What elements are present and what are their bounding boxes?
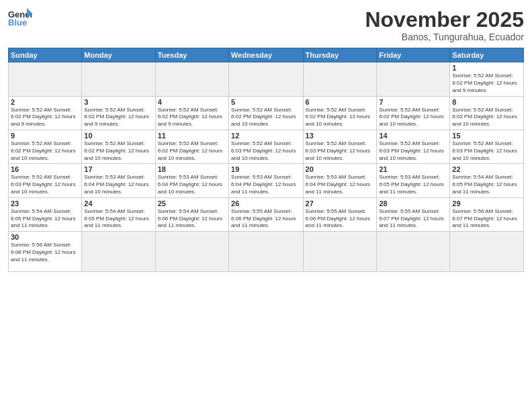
table-row: 5Sunrise: 5:52 AM Sunset: 6:02 PM Daylig… bbox=[229, 96, 303, 130]
table-row bbox=[229, 62, 303, 96]
table-row bbox=[229, 232, 303, 272]
col-tuesday: Tuesday bbox=[155, 48, 228, 62]
table-row: 12Sunrise: 5:52 AM Sunset: 6:03 PM Dayli… bbox=[229, 130, 303, 163]
page: General Blue November 2025 Banos, Tungur… bbox=[0, 0, 532, 411]
day-info: Sunrise: 5:53 AM Sunset: 6:04 PM Dayligh… bbox=[231, 174, 300, 195]
day-number: 18 bbox=[158, 165, 226, 173]
day-number: 5 bbox=[231, 98, 300, 106]
table-row: 23Sunrise: 5:54 AM Sunset: 6:05 PM Dayli… bbox=[9, 197, 82, 231]
day-number: 12 bbox=[231, 132, 300, 140]
day-number: 24 bbox=[84, 199, 152, 208]
day-info: Sunrise: 5:54 AM Sunset: 6:06 PM Dayligh… bbox=[158, 208, 226, 230]
table-row: 9Sunrise: 5:52 AM Sunset: 6:02 PM Daylig… bbox=[9, 130, 82, 163]
table-row: 29Sunrise: 5:56 AM Sunset: 6:07 PM Dayli… bbox=[450, 197, 524, 231]
day-info: Sunrise: 5:52 AM Sunset: 6:02 PM Dayligh… bbox=[11, 107, 79, 128]
day-number: 30 bbox=[11, 233, 79, 241]
day-number: 29 bbox=[452, 199, 521, 208]
day-info: Sunrise: 5:52 AM Sunset: 6:03 PM Dayligh… bbox=[11, 174, 79, 195]
table-row bbox=[377, 232, 450, 272]
day-number: 25 bbox=[158, 199, 226, 208]
table-row: 19Sunrise: 5:53 AM Sunset: 6:04 PM Dayli… bbox=[229, 164, 303, 197]
day-info: Sunrise: 5:52 AM Sunset: 6:02 PM Dayligh… bbox=[158, 107, 226, 128]
title-area: November 2025 Banos, Tungurahua, Ecuador bbox=[365, 8, 524, 42]
day-info: Sunrise: 5:55 AM Sunset: 6:06 PM Dayligh… bbox=[306, 208, 375, 230]
day-info: Sunrise: 5:54 AM Sunset: 6:05 PM Dayligh… bbox=[11, 208, 79, 230]
day-info: Sunrise: 5:56 AM Sunset: 6:08 PM Dayligh… bbox=[11, 242, 79, 263]
table-row: 13Sunrise: 5:52 AM Sunset: 6:03 PM Dayli… bbox=[303, 130, 377, 163]
day-info: Sunrise: 5:52 AM Sunset: 6:03 PM Dayligh… bbox=[379, 140, 447, 162]
day-info: Sunrise: 5:52 AM Sunset: 6:02 PM Dayligh… bbox=[379, 107, 447, 128]
table-row: 16Sunrise: 5:52 AM Sunset: 6:03 PM Dayli… bbox=[9, 164, 82, 197]
day-number: 21 bbox=[379, 165, 447, 173]
month-title: November 2025 bbox=[365, 8, 524, 32]
col-sunday: Sunday bbox=[9, 48, 82, 62]
day-info: Sunrise: 5:53 AM Sunset: 6:04 PM Dayligh… bbox=[84, 174, 152, 195]
table-row: 22Sunrise: 5:54 AM Sunset: 6:05 PM Dayli… bbox=[450, 164, 524, 197]
day-info: Sunrise: 5:52 AM Sunset: 6:02 PM Dayligh… bbox=[84, 107, 152, 128]
table-row bbox=[82, 232, 155, 272]
table-row: 7Sunrise: 5:52 AM Sunset: 6:02 PM Daylig… bbox=[377, 96, 450, 130]
day-info: Sunrise: 5:52 AM Sunset: 6:02 PM Dayligh… bbox=[231, 107, 300, 128]
day-info: Sunrise: 5:53 AM Sunset: 6:05 PM Dayligh… bbox=[379, 174, 447, 195]
day-number: 22 bbox=[452, 165, 521, 173]
day-number: 26 bbox=[231, 199, 300, 208]
table-row bbox=[155, 232, 228, 272]
day-info: Sunrise: 5:52 AM Sunset: 6:02 PM Dayligh… bbox=[158, 140, 226, 162]
table-row: 25Sunrise: 5:54 AM Sunset: 6:06 PM Dayli… bbox=[155, 197, 228, 231]
table-row: 15Sunrise: 5:52 AM Sunset: 6:03 PM Dayli… bbox=[450, 130, 524, 163]
day-number: 27 bbox=[306, 199, 375, 208]
day-info: Sunrise: 5:52 AM Sunset: 6:02 PM Dayligh… bbox=[11, 140, 79, 162]
day-number: 8 bbox=[452, 98, 521, 106]
day-info: Sunrise: 5:54 AM Sunset: 6:05 PM Dayligh… bbox=[84, 208, 152, 230]
table-row: 30Sunrise: 5:56 AM Sunset: 6:08 PM Dayli… bbox=[9, 232, 82, 272]
day-number: 11 bbox=[158, 132, 226, 140]
table-row: 4Sunrise: 5:52 AM Sunset: 6:02 PM Daylig… bbox=[155, 96, 228, 130]
svg-text:Blue: Blue bbox=[8, 17, 27, 27]
col-monday: Monday bbox=[82, 48, 155, 62]
table-row: 26Sunrise: 5:55 AM Sunset: 6:06 PM Dayli… bbox=[229, 197, 303, 231]
table-row: 27Sunrise: 5:55 AM Sunset: 6:06 PM Dayli… bbox=[303, 197, 377, 231]
header-row: Sunday Monday Tuesday Wednesday Thursday… bbox=[9, 48, 524, 62]
day-info: Sunrise: 5:52 AM Sunset: 6:02 PM Dayligh… bbox=[452, 107, 521, 128]
day-info: Sunrise: 5:52 AM Sunset: 6:02 PM Dayligh… bbox=[84, 140, 152, 162]
calendar-week-row: 23Sunrise: 5:54 AM Sunset: 6:05 PM Dayli… bbox=[9, 197, 524, 231]
table-row: 21Sunrise: 5:53 AM Sunset: 6:05 PM Dayli… bbox=[377, 164, 450, 197]
table-row: 3Sunrise: 5:52 AM Sunset: 6:02 PM Daylig… bbox=[82, 96, 155, 130]
table-row bbox=[450, 232, 524, 272]
day-number: 14 bbox=[379, 132, 447, 140]
day-info: Sunrise: 5:55 AM Sunset: 6:07 PM Dayligh… bbox=[379, 208, 447, 230]
table-row bbox=[377, 62, 450, 96]
day-number: 13 bbox=[306, 132, 375, 140]
day-info: Sunrise: 5:53 AM Sunset: 6:04 PM Dayligh… bbox=[306, 174, 375, 195]
day-number: 7 bbox=[379, 98, 447, 106]
day-number: 20 bbox=[306, 165, 375, 173]
table-row: 2Sunrise: 5:52 AM Sunset: 6:02 PM Daylig… bbox=[9, 96, 82, 130]
table-row: 24Sunrise: 5:54 AM Sunset: 6:05 PM Dayli… bbox=[82, 197, 155, 231]
calendar-week-row: 9Sunrise: 5:52 AM Sunset: 6:02 PM Daylig… bbox=[9, 130, 524, 163]
table-row: 20Sunrise: 5:53 AM Sunset: 6:04 PM Dayli… bbox=[303, 164, 377, 197]
table-row: 6Sunrise: 5:52 AM Sunset: 6:02 PM Daylig… bbox=[303, 96, 377, 130]
day-number: 3 bbox=[84, 98, 152, 106]
subtitle: Banos, Tungurahua, Ecuador bbox=[365, 32, 524, 42]
day-number: 1 bbox=[452, 64, 521, 72]
day-number: 10 bbox=[84, 132, 152, 140]
day-info: Sunrise: 5:52 AM Sunset: 6:03 PM Dayligh… bbox=[452, 140, 521, 162]
table-row: 18Sunrise: 5:53 AM Sunset: 6:04 PM Dayli… bbox=[155, 164, 228, 197]
day-info: Sunrise: 5:52 AM Sunset: 6:02 PM Dayligh… bbox=[452, 73, 521, 94]
day-number: 6 bbox=[306, 98, 375, 106]
col-wednesday: Wednesday bbox=[229, 48, 303, 62]
table-row: 8Sunrise: 5:52 AM Sunset: 6:02 PM Daylig… bbox=[450, 96, 524, 130]
table-row bbox=[155, 62, 228, 96]
day-info: Sunrise: 5:52 AM Sunset: 6:03 PM Dayligh… bbox=[231, 140, 300, 162]
day-number: 15 bbox=[452, 132, 521, 140]
day-number: 17 bbox=[84, 165, 152, 173]
logo-icon: General Blue bbox=[8, 8, 32, 27]
calendar-week-row: 1Sunrise: 5:52 AM Sunset: 6:02 PM Daylig… bbox=[9, 62, 524, 96]
day-number: 23 bbox=[11, 199, 79, 208]
day-number: 16 bbox=[11, 165, 79, 173]
day-number: 9 bbox=[11, 132, 79, 140]
table-row bbox=[303, 62, 377, 96]
logo: General Blue bbox=[8, 8, 32, 27]
calendar-week-row: 2Sunrise: 5:52 AM Sunset: 6:02 PM Daylig… bbox=[9, 96, 524, 130]
calendar-week-row: 16Sunrise: 5:52 AM Sunset: 6:03 PM Dayli… bbox=[9, 164, 524, 197]
